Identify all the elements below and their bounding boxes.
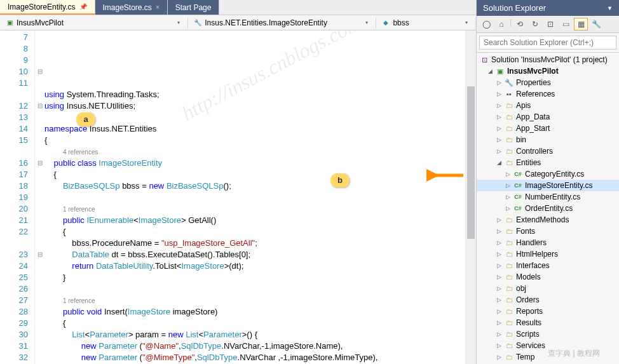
expand-arrow[interactable]: ▷: [505, 182, 511, 189]
csharp-icon: C#: [513, 170, 523, 179]
close-icon[interactable]: ×: [156, 4, 160, 11]
tree-item-interfaces[interactable]: ▷🗀Interfaces: [477, 260, 619, 271]
vertical-scrollbar[interactable]: [465, 30, 476, 364]
nav-class[interactable]: 🔧 Insus.NET.Entities.ImageStoreEntity ▾: [188, 17, 376, 29]
tab-imagestore[interactable]: ImageStore.cs ×: [95, 0, 168, 15]
tree-item-imagestoreentity-cs[interactable]: ▷C#ImageStoreEntity.cs: [477, 180, 619, 191]
properties-button[interactable]: 🔧: [589, 18, 603, 30]
chevron-down-icon[interactable]: ▾: [363, 20, 371, 25]
pin-icon[interactable]: 📌: [79, 3, 87, 10]
tree-item-temp[interactable]: ▷🗀Temp: [477, 351, 619, 363]
show-all-button[interactable]: ▭: [559, 18, 573, 30]
tree-item-bin[interactable]: ▷🗀bin: [477, 134, 619, 145]
back-button[interactable]: ◯: [479, 18, 493, 30]
tree-item-label: obj: [516, 284, 526, 293]
collapse-button[interactable]: ⊡: [543, 18, 557, 30]
folder-icon: 🗀: [504, 124, 514, 133]
tree-item-references[interactable]: ▷▪▪References: [477, 88, 619, 100]
expand-arrow[interactable]: ▷: [496, 239, 502, 246]
tree-item-orders[interactable]: ▷🗀Orders: [477, 294, 619, 306]
chevron-down-icon[interactable]: ▾: [463, 20, 470, 25]
expand-arrow[interactable]: ▷: [496, 342, 502, 349]
scroll-thumb[interactable]: [467, 86, 475, 239]
tree-item-app-data[interactable]: ▷🗀App_Data: [477, 111, 619, 123]
tree-item-services[interactable]: ▷🗀Services: [477, 340, 619, 351]
folder-icon: 🗀: [504, 135, 514, 144]
tree-item-models[interactable]: ▷🗀Models: [477, 271, 619, 283]
expand-arrow[interactable]: ▷: [496, 79, 502, 86]
folder-icon: 🗀: [504, 341, 514, 350]
expand-arrow[interactable]: ▷: [496, 262, 502, 269]
expand-arrow[interactable]: ▷: [496, 91, 502, 97]
preview-button[interactable]: ▦: [574, 18, 588, 30]
expand-arrow[interactable]: ▷: [496, 331, 502, 337]
fold-toggle[interactable]: ⊟: [35, 100, 44, 112]
expand-arrow[interactable]: ▷: [496, 217, 502, 223]
tree-item-htmlhelpers[interactable]: ▷🗀HtmlHelpers: [477, 248, 619, 260]
tree-item-label: ImageStoreEntity.cs: [525, 181, 593, 190]
chevron-down-icon[interactable]: ▾: [175, 20, 182, 25]
tree-item-scripts[interactable]: ▷🗀Scripts: [477, 328, 619, 340]
tree-item-categoryentity-cs[interactable]: ▷C#CategoryEntity.cs: [477, 168, 619, 180]
solution-tree[interactable]: ⊡ Solution 'InsusMvcPilot' (1 project) ◢…: [477, 53, 619, 364]
fold-toggle[interactable]: ⊟: [35, 66, 44, 78]
tree-item-app-start[interactable]: ▷🗀App_Start: [477, 123, 619, 134]
expand-arrow[interactable]: ▷: [496, 228, 502, 234]
fold-toggle[interactable]: ⊟: [35, 158, 44, 169]
folder-icon: 🗀: [504, 273, 514, 281]
expand-arrow[interactable]: ▷: [505, 205, 511, 212]
tree-item-obj[interactable]: ▷🗀obj: [477, 283, 619, 294]
chevron-down-icon[interactable]: ▼: [607, 5, 613, 11]
expand-arrow[interactable]: ◢: [487, 68, 493, 74]
tree-item-orderentity-cs[interactable]: ▷C#OrderEntity.cs: [477, 203, 619, 214]
expand-arrow[interactable]: ▷: [496, 114, 502, 120]
nav-project[interactable]: ▣ InsusMvcPilot ▾: [0, 17, 188, 29]
tree-item-extendmethods[interactable]: ▷🗀ExtendMethods: [477, 214, 619, 226]
folder-icon: 🗀: [504, 307, 514, 316]
code-editor[interactable]: 7891011121314151617181920212223242526272…: [0, 30, 476, 364]
code-content[interactable]: http://insus.cnblogs.com a b using Syste…: [44, 30, 465, 364]
tree-item-apis[interactable]: ▷🗀Apis: [477, 100, 619, 111]
sync-button[interactable]: ⟲: [513, 18, 527, 30]
solution-explorer: Solution Explorer ▼ ◯ ⌂ | ⟲ ↻ ⊡ ▭ ▦ 🔧 ⊡ …: [477, 0, 619, 364]
tree-item-entities[interactable]: ◢🗀Entities: [477, 157, 619, 168]
tree-item-results[interactable]: ▷🗀Results: [477, 317, 619, 328]
expand-arrow[interactable]: ▷: [496, 308, 502, 314]
expand-arrow[interactable]: ▷: [496, 354, 502, 360]
tree-item-label: NumberEntity.cs: [525, 192, 580, 201]
tree-item-numberentity-cs[interactable]: ▷C#NumberEntity.cs: [477, 191, 619, 203]
tree-item-properties[interactable]: ▷🔧Properties: [477, 77, 619, 88]
tree-item-label: Entities: [516, 158, 541, 167]
expand-arrow[interactable]: ◢: [496, 159, 502, 166]
fold-toggle[interactable]: ⊟: [35, 249, 44, 260]
csproj-icon: ▣: [495, 67, 505, 76]
tree-item-handlers[interactable]: ▷🗀Handlers: [477, 237, 619, 248]
expand-arrow[interactable]: ▷: [496, 125, 502, 131]
solution-explorer-header[interactable]: Solution Explorer ▼: [477, 0, 619, 16]
expand-arrow[interactable]: ▷: [496, 137, 502, 143]
nav-class-label: Insus.NET.Entities.ImageStoreEntity: [205, 18, 327, 27]
expand-arrow[interactable]: ▷: [496, 285, 502, 292]
nav-member[interactable]: ◆ bbss ▾: [376, 17, 476, 29]
tab-imagestoreentity[interactable]: ImageStoreEntity.cs 📌: [0, 0, 95, 15]
tree-item-controllers[interactable]: ▷🗀Controllers: [477, 145, 619, 157]
tree-item-fonts[interactable]: ▷🗀Fonts: [477, 226, 619, 237]
expand-arrow[interactable]: ▷: [505, 194, 511, 200]
tree-item-reports[interactable]: ▷🗀Reports: [477, 306, 619, 317]
expand-arrow[interactable]: ▷: [496, 148, 502, 154]
home-button[interactable]: ⌂: [494, 18, 508, 30]
csproj-icon: ▣: [5, 18, 14, 27]
project-node[interactable]: ◢ ▣ InsusMvcPilot: [477, 65, 619, 77]
expand-arrow[interactable]: ▷: [496, 274, 502, 280]
tree-item-label: Services: [516, 341, 545, 350]
refresh-button[interactable]: ↻: [528, 18, 542, 30]
expand-arrow[interactable]: ▷: [496, 297, 502, 303]
expand-arrow[interactable]: ▷: [505, 171, 511, 177]
tab-startpage[interactable]: Start Page: [168, 0, 220, 15]
expand-arrow[interactable]: ▷: [496, 102, 502, 109]
expand-arrow[interactable]: ▷: [496, 251, 502, 257]
search-input[interactable]: [479, 36, 616, 50]
expand-arrow[interactable]: ▷: [496, 320, 502, 326]
solution-root[interactable]: ⊡ Solution 'InsusMvcPilot' (1 project): [477, 54, 619, 65]
csharp-icon: C#: [513, 181, 523, 190]
